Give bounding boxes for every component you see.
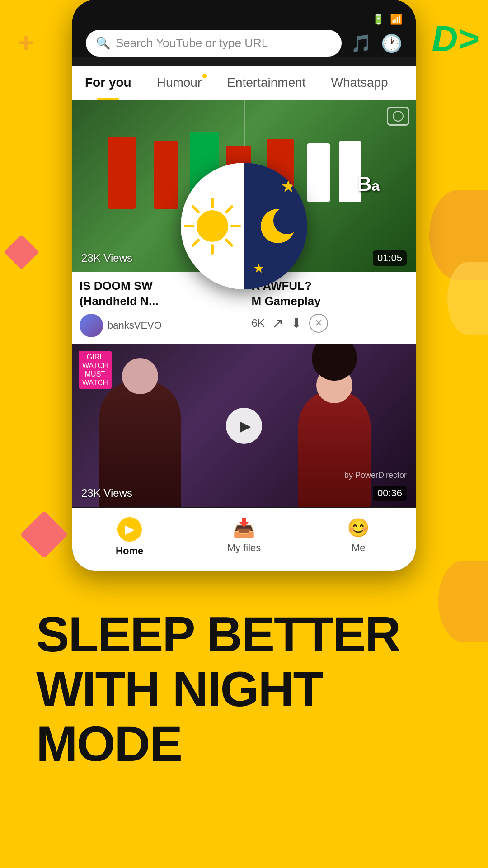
files-icon: 📥 — [233, 517, 255, 538]
player-1 — [108, 137, 136, 209]
video-overlay-text: Ba — [357, 173, 380, 195]
views-count-2: 23K Views — [81, 487, 132, 500]
nav-me-label: Me — [352, 542, 366, 554]
search-bar[interactable]: 🔍 Search YouTube or type URL — [86, 30, 342, 57]
tab-entertainment[interactable]: Entertainment — [214, 66, 318, 100]
music-icon-button[interactable]: 🎵 — [351, 33, 372, 53]
history-icon: 🕐 — [381, 33, 402, 53]
orange-blob-1 — [429, 190, 488, 280]
share-icon[interactable]: ↗ — [272, 315, 283, 331]
night-half: ★ ★ — [244, 163, 307, 289]
player-2 — [154, 141, 178, 209]
nav-me[interactable]: 😊 Me — [301, 517, 416, 557]
plus-decoration: + — [18, 27, 34, 58]
bottom-text-section: SLEEP BETTER WITH NIGHT MODE — [0, 571, 488, 816]
duration-1: 01:05 — [373, 250, 407, 266]
nav-home[interactable]: ▶ Home — [72, 517, 187, 557]
tab-humour[interactable]: Humour — [144, 66, 215, 100]
nav-home-label: Home — [116, 545, 143, 557]
tab-notification-dot — [202, 74, 207, 78]
status-bar: 🔋 📶 — [86, 14, 402, 30]
app-header: 🔋 📶 🔍 Search YouTube or type URL 🎵 🕐 — [72, 0, 416, 57]
diamond-decoration-1 — [4, 235, 39, 270]
search-placeholder: Search YouTube or type URL — [116, 36, 268, 50]
tab-for-you[interactable]: For you — [72, 66, 144, 100]
svg-line-5 — [193, 207, 198, 212]
avatar-1 — [80, 314, 103, 337]
me-icon: 😊 — [347, 517, 370, 538]
svg-point-0 — [197, 210, 228, 242]
player-6 — [307, 143, 330, 202]
home-icon: ▶ — [117, 517, 142, 542]
download-icon[interactable]: ⬇ — [291, 315, 302, 331]
sun-container — [181, 163, 244, 289]
signal-icon: 📶 — [390, 14, 402, 25]
search-row: 🔍 Search YouTube or type URL 🎵 🕐 — [86, 30, 402, 57]
duration-2: 00:36 — [373, 486, 407, 501]
phone-frame: 🔋 📶 🔍 Search YouTube or type URL 🎵 🕐 For… — [72, 0, 416, 571]
likes-count: 6K — [252, 317, 265, 330]
moon-container: ★ ★ — [244, 163, 307, 289]
star-icon-top: ★ — [281, 176, 296, 196]
history-icon-button[interactable]: 🕐 — [381, 33, 402, 53]
battery-icon: 🔋 — [372, 14, 385, 25]
star-icon-bottom: ★ — [253, 261, 264, 276]
nav-files-label: My files — [227, 542, 261, 554]
face-left — [122, 358, 158, 394]
moon-icon — [253, 203, 298, 249]
powerdirector-watermark: by PowerDirector — [344, 471, 407, 480]
video-actions: 6K ↗ ⬇ ✕ — [252, 314, 409, 333]
bottom-title: SLEEP BETTER WITH NIGHT MODE — [36, 607, 452, 771]
music-note-icon: 🎵 — [351, 33, 372, 53]
sun-icon — [183, 197, 242, 255]
channel-info: banksVEVO — [80, 314, 237, 337]
video-feed: Ba 23K Views 01:05 IS DOOM SW (Handheld … — [72, 100, 416, 507]
bottom-navigation: ▶ Home 📥 My files 😊 Me — [72, 508, 416, 571]
video-stats-2: 23K Views 00:36 — [72, 486, 416, 501]
tab-bar: For you Humour Entertainment Whatsapp — [72, 66, 416, 100]
svg-line-7 — [226, 207, 232, 212]
channel-name-1: banksVEVO — [108, 320, 162, 331]
video-thumbnail-2[interactable]: GIRLWATCHMUSTWATCH by PowerDirector 23K … — [72, 344, 416, 507]
daynight-mode-icon: ★ ★ — [181, 163, 307, 289]
yellow-blob-1 — [447, 262, 488, 335]
orange-blob-2 — [438, 561, 488, 642]
play-button-2[interactable] — [226, 408, 262, 444]
day-half — [181, 163, 244, 289]
close-button[interactable]: ✕ — [309, 314, 328, 333]
svg-line-8 — [193, 240, 198, 245]
arrow-decoration: D> — [432, 18, 479, 60]
diamond-decoration-2 — [20, 510, 68, 558]
search-icon: 🔍 — [96, 36, 110, 50]
promo-badge: GIRLWATCHMUSTWATCH — [79, 351, 112, 389]
svg-line-6 — [226, 240, 232, 245]
nav-my-files[interactable]: 📥 My files — [187, 517, 301, 557]
tab-whatsapp[interactable]: Whatsapp — [319, 66, 401, 100]
video-card-2: GIRLWATCHMUSTWATCH by PowerDirector 23K … — [72, 344, 416, 507]
views-count-1: 23K Views — [81, 252, 132, 264]
camera-icon — [387, 107, 409, 126]
